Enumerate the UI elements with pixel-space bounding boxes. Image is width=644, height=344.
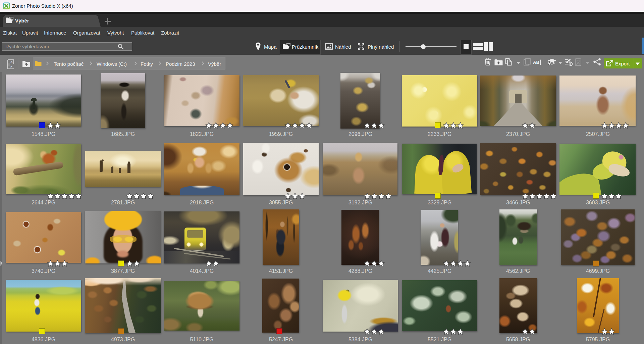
- svg-text:Z: Z: [10, 65, 12, 69]
- svg-text:A: A: [10, 60, 13, 64]
- svg-text:AB: AB: [533, 60, 539, 65]
